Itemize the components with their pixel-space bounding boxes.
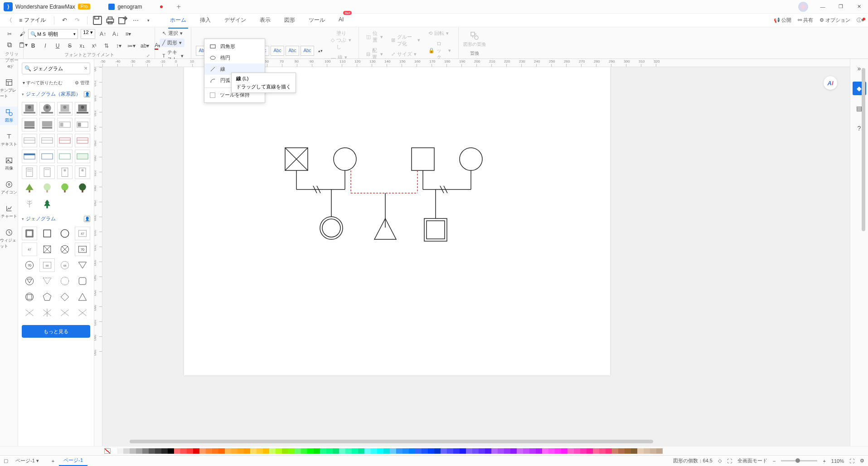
color-swatch[interactable] [161,448,168,454]
color-swatch[interactable] [644,448,650,454]
color-swatch[interactable] [593,448,599,454]
rail-widget[interactable]: ウィジェット [0,227,18,251]
user-avatar[interactable] [798,2,808,12]
shape-item[interactable] [57,118,73,131]
shape-item[interactable] [22,102,37,116]
color-swatch[interactable] [650,448,656,454]
color-swatch[interactable] [231,448,238,454]
share-button[interactable]: ⚯ 共有 [798,17,813,24]
file-menu[interactable]: ≡ ファイル [19,16,46,24]
shape-item[interactable] [39,134,55,147]
color-swatch[interactable] [301,448,307,454]
color-swatch[interactable] [212,448,218,454]
color-swatch[interactable] [453,448,460,454]
color-swatch[interactable] [606,448,612,454]
back-button[interactable]: 〈 [4,16,15,24]
tab-view[interactable]: 表示 [258,14,272,27]
rail-text[interactable]: テキスト [0,131,18,149]
shape-item[interactable] [39,150,55,163]
color-swatch[interactable] [510,448,517,454]
color-swatch[interactable] [269,448,276,454]
section-genogram[interactable]: ▾ジェノグラム 👤 [18,213,94,225]
color-swatch[interactable] [168,448,174,454]
color-swatch[interactable] [485,448,491,454]
font-increase[interactable]: A↑ [98,29,108,39]
clear-search[interactable]: × [84,65,87,72]
color-swatch[interactable] [542,448,548,454]
fit-icon[interactable]: ⛶ [727,458,732,464]
position-button[interactable]: ◫ 位置 ▾ [364,29,386,44]
color-swatch[interactable] [574,448,580,454]
color-swatch[interactable] [390,448,396,454]
section-info-icon[interactable]: 👤 [84,91,90,97]
superscript-button[interactable]: x¹ [89,41,99,51]
manage-button[interactable]: ⚙ 管理 [75,80,89,86]
style-more[interactable]: ▴▾ [315,46,325,56]
shape-age-70[interactable]: 70 [75,243,90,256]
shape-item[interactable] [57,102,73,116]
page[interactable] [184,67,610,375]
color-swatch[interactable] [536,448,542,454]
color-swatch[interactable] [218,448,225,454]
color-swatch[interactable] [320,448,326,454]
shape-tree[interactable] [22,181,37,195]
shape-item[interactable] [39,102,55,116]
shape-deceased-female[interactable] [57,243,73,256]
add-page[interactable]: + [52,458,54,464]
dropdown-rectangle[interactable]: 四角形 [204,41,265,52]
zoom-out[interactable]: − [773,458,776,464]
strike-button[interactable]: S [65,41,75,51]
undo-button[interactable]: ↶ [59,15,70,26]
ai-assistant-badge[interactable]: AI [824,76,837,90]
color-swatch[interactable] [466,448,472,454]
more-button[interactable]: ⋯ [130,15,141,26]
color-swatch[interactable] [402,448,409,454]
shape-tri-down[interactable] [75,258,90,272]
redo-button[interactable]: ↷ [72,15,82,26]
color-swatch[interactable] [136,448,142,454]
shape-item[interactable] [75,165,90,179]
color-swatch[interactable] [523,448,529,454]
page-select[interactable]: ページ-1 ▾ [13,456,47,465]
fill-button[interactable]: ◇ 塗りつぶし ▾ [328,29,354,51]
rotate-button[interactable]: ⟲ 回転 ▾ [426,29,454,38]
rail-shapes[interactable]: 図形 [0,107,18,125]
color-swatch[interactable] [314,448,320,454]
lock-button[interactable]: 🔒 ロック ▾ [426,39,454,62]
color-swatch[interactable] [174,448,180,454]
shape-x2[interactable] [39,306,55,320]
color-swatch[interactable] [612,448,618,454]
copy-button[interactable] [5,40,15,50]
shape-deceased-male[interactable] [39,243,55,256]
print-button[interactable] [105,15,116,26]
color-swatch[interactable] [599,448,606,454]
dropdown-ellipse[interactable]: 楕円 [204,52,265,63]
rail-icon[interactable]: アイコン [0,179,18,197]
style-preset[interactable]: Abc [301,46,314,56]
canvas[interactable]: AI [102,67,850,446]
shape-age[interactable]: 47 [22,243,37,256]
color-swatch[interactable] [441,448,447,454]
add-tab-button[interactable]: + [176,3,180,11]
layers-icon[interactable]: ◇ [718,458,722,464]
shape-tool[interactable]: ╱ 図形 ▾ [160,39,184,47]
color-swatch[interactable] [117,448,123,454]
color-swatch[interactable] [263,448,269,454]
shape-item[interactable] [75,134,90,147]
fullscreen-button[interactable]: 全画面モード [737,457,767,464]
spacing-button[interactable]: ↕▾ [114,41,124,51]
color-swatch[interactable] [326,448,333,454]
shape-item[interactable] [22,165,37,179]
color-swatch[interactable] [409,448,415,454]
color-swatch[interactable] [130,448,136,454]
tab-design[interactable]: デザイン [223,14,248,27]
color-swatch[interactable] [479,448,485,454]
subscript-button[interactable]: x₁ [77,41,87,51]
color-swatch[interactable] [656,448,663,454]
shape-tree[interactable] [57,181,73,195]
shape-tree[interactable] [75,181,90,195]
shape-item[interactable] [39,165,55,179]
color-swatch[interactable] [631,448,637,454]
color-swatch[interactable] [517,448,523,454]
shape-circle-sq[interactable] [22,290,37,304]
